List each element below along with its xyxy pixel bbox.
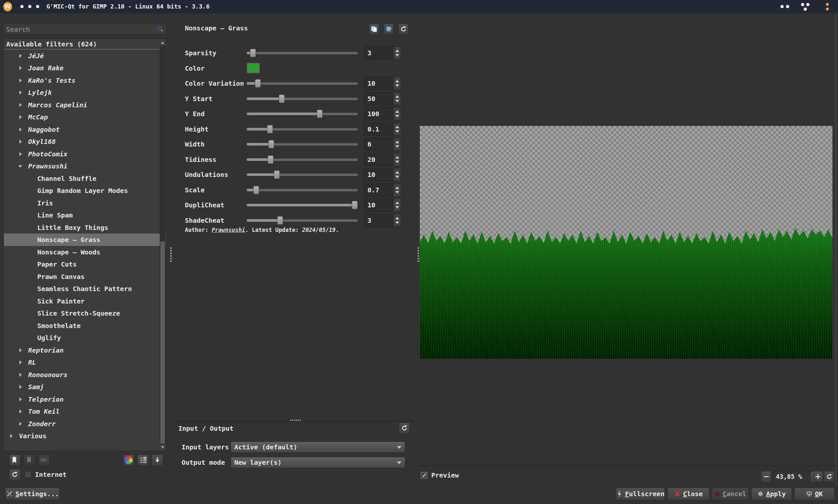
spinbox[interactable]: 10 (364, 77, 401, 90)
tree-category-mccap[interactable]: McCap (4, 111, 160, 123)
spin-buttons[interactable] (393, 168, 401, 181)
titlebar-menu-icon[interactable] (826, 3, 829, 6)
spinbox[interactable]: 100 (364, 107, 401, 120)
expand-arrow-icon[interactable] (19, 349, 22, 352)
tree-category-joan-rake[interactable]: Joan Rake (4, 62, 160, 74)
copy-command-button[interactable] (369, 23, 379, 35)
io-reset-button[interactable] (399, 422, 410, 434)
spin-up-icon[interactable] (395, 156, 399, 159)
spin-buttons[interactable] (393, 77, 401, 90)
expand-arrow-icon[interactable] (19, 128, 22, 131)
rename-fave-button[interactable]: Abc (39, 455, 50, 466)
spin-down-icon[interactable] (395, 54, 399, 57)
spinbox[interactable]: 0.7 (364, 183, 401, 197)
expand-arrow-icon[interactable] (19, 373, 22, 376)
spin-up-icon[interactable] (395, 49, 399, 52)
tree-filter-sick-painter[interactable]: Sick Painter (4, 295, 166, 307)
tree-filter-channel-shuffle[interactable]: Channel Shuffle (4, 173, 166, 185)
expand-arrow-icon[interactable] (19, 152, 22, 156)
scrollbar-thumb[interactable] (160, 241, 165, 444)
spin-value[interactable]: 10 (368, 199, 375, 211)
spinbox[interactable]: 0.1 (364, 123, 401, 136)
spin-down-icon[interactable] (395, 161, 399, 163)
titlebar-menu-icon[interactable] (826, 7, 829, 11)
tree-category-karos-tests[interactable]: KaRo's Tests (4, 74, 160, 87)
zoom-in-button[interactable]: + (813, 471, 823, 482)
titlebar-control-icon[interactable] (786, 5, 789, 8)
spin-value[interactable]: 10 (368, 168, 375, 181)
spinbox[interactable]: 3 (364, 214, 401, 227)
spin-up-icon[interactable] (395, 126, 399, 128)
refresh-filters-button[interactable] (9, 469, 20, 480)
output-mode-select[interactable]: New layer(s) (231, 457, 405, 468)
spinbox[interactable]: 50 (364, 92, 401, 105)
slider-handle[interactable] (267, 125, 273, 133)
slider-track[interactable] (247, 143, 358, 146)
tree-category-samj[interactable]: Samj (4, 381, 160, 393)
tree-category-tom-keil[interactable]: Tom Keil (4, 405, 160, 418)
tree-filter-little-boxy-things[interactable]: Little Boxy Things (4, 221, 166, 234)
spin-buttons[interactable] (393, 154, 401, 166)
titlebar-control-icon[interactable] (801, 3, 804, 6)
expand-arrow-icon[interactable] (19, 410, 22, 413)
spin-up-icon[interactable] (395, 171, 399, 174)
expand-arrow-icon[interactable] (19, 140, 22, 143)
color-swatch-button[interactable] (247, 63, 260, 73)
tree-filter-uglify[interactable]: Uglify (4, 331, 166, 344)
spin-buttons[interactable] (393, 138, 401, 150)
tree-category-marcos-capelini[interactable]: Marcos Capelini (4, 99, 160, 111)
filter-colors-button[interactable] (123, 455, 134, 466)
titlebar-control-icon[interactable] (780, 5, 784, 8)
spin-up-icon[interactable] (395, 141, 399, 143)
randomize-parameters-button[interactable] (384, 23, 394, 35)
expand-arrow-icon[interactable] (10, 434, 13, 438)
expand-arrow-icon[interactable] (19, 103, 22, 107)
spin-down-icon[interactable] (395, 176, 399, 178)
titlebar[interactable]: W G'MIC-Qt for GIMP 2.10 - Linux 64 bits… (0, 0, 838, 13)
scroll-down-button[interactable] (160, 444, 165, 450)
spinbox[interactable]: 3 (364, 47, 401, 59)
tree-filter-prawn-canvas[interactable]: Prawn Canvas (4, 270, 166, 283)
spin-value[interactable]: 6 (368, 138, 371, 150)
tree-filter-paper-cuts[interactable]: Paper Cuts (4, 258, 166, 270)
internet-checkbox[interactable] (25, 471, 31, 478)
apply-button[interactable]: Apply (751, 488, 792, 500)
io-splitter-handle[interactable] (290, 420, 301, 421)
spin-buttons[interactable] (393, 184, 401, 196)
spin-buttons[interactable] (393, 108, 401, 120)
preview-splitter-handle[interactable] (417, 247, 420, 262)
author-link[interactable]: Prawnsushi (212, 227, 245, 233)
tree-filter-iris[interactable]: Iris (4, 197, 166, 209)
expand-arrow-icon[interactable] (19, 79, 22, 82)
tree-category-prawnsushi[interactable]: Prawnsushi (4, 160, 160, 173)
zoom-out-button[interactable]: − (761, 471, 771, 482)
spin-up-icon[interactable] (395, 95, 399, 98)
spin-buttons[interactable] (393, 199, 401, 211)
tree-filter-slice-stretch-squeeze[interactable]: Slice Stretch-Squeeze (4, 307, 166, 320)
spinbox[interactable]: 10 (364, 199, 401, 212)
tree-filter-seamless-chaotic-pattern[interactable]: Seamless Chaotic Pattern (4, 283, 166, 295)
tree-filter-gimp-random-layer-modes[interactable]: Gimp Random Layer Modes (4, 184, 166, 197)
spin-down-icon[interactable] (395, 191, 399, 194)
spin-value[interactable]: 10 (368, 77, 375, 90)
cancel-button[interactable]: Cancel (712, 488, 749, 500)
spin-buttons[interactable] (393, 214, 401, 227)
spin-value[interactable]: 0.7 (368, 184, 379, 196)
slider-handle[interactable] (253, 186, 259, 194)
search-input[interactable] (5, 24, 151, 35)
slider-handle[interactable] (250, 49, 256, 57)
tree-category-zonderr[interactable]: Zonderr (4, 418, 160, 430)
spin-up-icon[interactable] (395, 80, 399, 83)
spin-up-icon[interactable] (395, 110, 399, 113)
settings-button[interactable]: Settings... (5, 488, 59, 500)
tree-category-okyl168[interactable]: Okyl168 (4, 136, 160, 148)
preview-checkbox[interactable]: ✓ (421, 472, 427, 479)
tree-category-jeje[interactable]: JéJé (4, 50, 160, 62)
spin-down-icon[interactable] (395, 130, 399, 133)
spinbox[interactable]: 10 (364, 168, 401, 181)
slider-handle[interactable] (279, 94, 285, 103)
titlebar-control-icon[interactable] (804, 7, 807, 11)
slider-handle[interactable] (274, 170, 280, 179)
tree-filter-nonscape-woods[interactable]: Nonscape – Woods (4, 246, 166, 258)
spin-buttons[interactable] (393, 123, 401, 136)
